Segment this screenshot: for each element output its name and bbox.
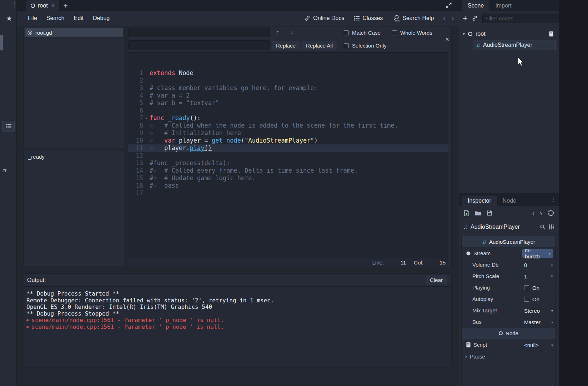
- menu-debug[interactable]: Debug: [88, 13, 114, 24]
- tab-scene[interactable]: Scene: [462, 0, 489, 11]
- attached-script-icon[interactable]: [549, 31, 554, 37]
- line-number: 4: [128, 92, 143, 99]
- dock-options-icon[interactable]: ⋮: [551, 196, 557, 203]
- history-forward-icon[interactable]: ›: [452, 14, 454, 22]
- property-value-stream[interactable]: m-burst0▾: [522, 249, 553, 258]
- code-line[interactable]: 14#» # Called every frame. Delta is time…: [128, 167, 448, 174]
- property-value-autoplay[interactable]: On: [522, 295, 553, 303]
- search-next-icon[interactable]: ↓: [287, 28, 297, 37]
- code-line[interactable]: 13#func _process(delta):: [128, 159, 448, 167]
- property-row-bus[interactable]: BusMaster▾: [462, 316, 556, 328]
- replace-all-button[interactable]: Replace All: [302, 41, 337, 50]
- search-input[interactable]: [128, 28, 270, 37]
- property-value-bus[interactable]: Master▾: [522, 318, 553, 326]
- distraction-free-icon[interactable]: [445, 2, 452, 9]
- object-back-icon[interactable]: ‹: [532, 209, 535, 217]
- menu-search[interactable]: Search: [42, 13, 69, 24]
- property-row-playing[interactable]: PlayingOn: [462, 282, 556, 293]
- search-prev-icon[interactable]: ↑: [272, 28, 283, 37]
- new-resource-icon[interactable]: [464, 210, 469, 216]
- property-row-script[interactable]: Script <null> ▾: [462, 339, 556, 351]
- dropdown-arrow-icon: ▾: [551, 309, 553, 313]
- code-line[interactable]: 2: [128, 77, 448, 84]
- section-pause[interactable]: › Pause: [462, 351, 556, 362]
- code-line[interactable]: 9» # Initialization here: [128, 129, 448, 137]
- tree-item-root[interactable]: ▾ root: [459, 29, 559, 39]
- property-row-pitch-scale[interactable]: Pitch Scale1▲▼: [462, 271, 556, 282]
- section-node[interactable]: Node: [462, 328, 556, 339]
- search-properties-icon[interactable]: [540, 224, 546, 230]
- tab-node[interactable]: Node: [497, 196, 522, 206]
- help-link-search-help[interactable]: DOCSearch Help: [392, 15, 434, 22]
- tab-inspector[interactable]: Inspector: [462, 196, 497, 206]
- fold-gutter: [143, 129, 150, 137]
- help-link-online-docs[interactable]: Online Docs: [304, 15, 344, 21]
- script-item-root-gd[interactable]: root.gd: [25, 28, 123, 37]
- whole-words-checkbox[interactable]: Whole Words: [392, 30, 432, 36]
- code-line[interactable]: 1extends Node: [128, 69, 448, 77]
- tree-item-audiostreamplayer[interactable]: ♫ AudioStreamPlayer: [473, 40, 556, 50]
- code-line[interactable]: 6: [128, 107, 448, 114]
- checkbox[interactable]: [524, 285, 529, 290]
- code-line[interactable]: 11» player.play(): [128, 144, 448, 152]
- code-line[interactable]: 16#» pass: [128, 182, 448, 189]
- function-item-ready[interactable]: _ready: [24, 153, 124, 161]
- code-line[interactable]: 10» var player = get_node("AudioStreamPl…: [128, 137, 448, 144]
- tab-root-scene[interactable]: root ×: [26, 0, 59, 11]
- output-line: ** Debug Process Stopped **: [26, 311, 448, 317]
- code-line[interactable]: 15#» # Update game logic here.: [128, 174, 448, 182]
- property-value-volume-db[interactable]: 0▲▼: [522, 261, 553, 269]
- replace-input[interactable]: [128, 40, 270, 50]
- property-value-mix-target[interactable]: Stereo▾: [522, 306, 553, 315]
- code-line[interactable]: 8» # Called when the node is added to th…: [128, 122, 448, 129]
- selection-only-checkbox[interactable]: Selection Only: [344, 43, 387, 49]
- partial-filename-label: .tr: [2, 167, 6, 173]
- history-back-icon[interactable]: ‹: [443, 14, 445, 22]
- property-row-stream[interactable]: Streamm-burst0▾: [462, 248, 556, 259]
- output-log[interactable]: ** Debug Process Started **Remote Debugg…: [23, 286, 451, 367]
- list-view-button[interactable]: [2, 121, 15, 132]
- new-scene-tab-button[interactable]: +: [64, 2, 68, 9]
- property-row-autoplay[interactable]: AutoplayOn: [462, 293, 556, 305]
- checkbox-icon: [344, 43, 349, 48]
- spinner-icon[interactable]: ▲▼: [551, 274, 553, 278]
- property-value-script[interactable]: <null> ▾: [522, 341, 553, 349]
- clear-output-button[interactable]: Clear: [426, 276, 447, 284]
- code-line[interactable]: 7▾func _ready():: [128, 114, 448, 122]
- property-row-mix-target[interactable]: Mix TargetStereo▾: [462, 305, 556, 316]
- code-line[interactable]: 5# var b = "textvar": [128, 99, 448, 107]
- code-line[interactable]: 4# var a = 2: [128, 92, 448, 99]
- code-line[interactable]: 3# class member variables go here, for e…: [128, 84, 448, 92]
- save-resource-icon[interactable]: [487, 210, 492, 216]
- add-node-button[interactable]: +: [463, 14, 467, 23]
- object-forward-icon[interactable]: ›: [540, 209, 542, 217]
- script-editor-panel: ↑ ↓ Match Case Whole Words Replace Repla…: [128, 27, 452, 267]
- replace-button[interactable]: Replace: [272, 41, 300, 50]
- close-find-bar-icon[interactable]: ×: [445, 36, 449, 43]
- property-value-playing[interactable]: On: [522, 283, 553, 292]
- load-resource-folder-icon[interactable]: [475, 211, 481, 216]
- code-token: # Called when the node is added to the s…: [164, 122, 398, 129]
- property-row-volume-db[interactable]: Volume Db0▲▼: [462, 259, 556, 271]
- section-audiostreamplayer[interactable]: ♫ AudioStreamPlayer: [462, 236, 556, 248]
- collapse-caret-icon[interactable]: ▾: [463, 31, 465, 36]
- code-line[interactable]: 17: [128, 189, 448, 197]
- tab-import[interactable]: Import: [489, 0, 517, 11]
- filter-nodes-input[interactable]: [485, 15, 556, 21]
- spinner-icon[interactable]: ▲▼: [551, 263, 553, 267]
- menu-edit[interactable]: Edit: [69, 13, 88, 24]
- property-value-pitch-scale[interactable]: 1▲▼: [522, 272, 553, 281]
- checkbox[interactable]: [524, 297, 529, 302]
- section-label: Pause: [470, 353, 485, 360]
- help-link-classes[interactable]: Classes: [354, 15, 383, 21]
- object-history-icon[interactable]: [548, 210, 554, 216]
- code-line[interactable]: 12: [128, 152, 448, 159]
- close-tab-icon[interactable]: ×: [51, 3, 55, 9]
- instance-scene-link-icon[interactable]: [472, 15, 478, 21]
- favorites-star-icon[interactable]: ★: [6, 14, 12, 23]
- menu-file[interactable]: File: [23, 13, 42, 24]
- fold-arrow-icon[interactable]: ▾: [143, 114, 150, 122]
- code-editor[interactable]: 1extends Node23# class member variables …: [128, 52, 448, 258]
- match-case-checkbox[interactable]: Match Case: [344, 30, 381, 36]
- object-options-sliders-icon[interactable]: [548, 224, 554, 230]
